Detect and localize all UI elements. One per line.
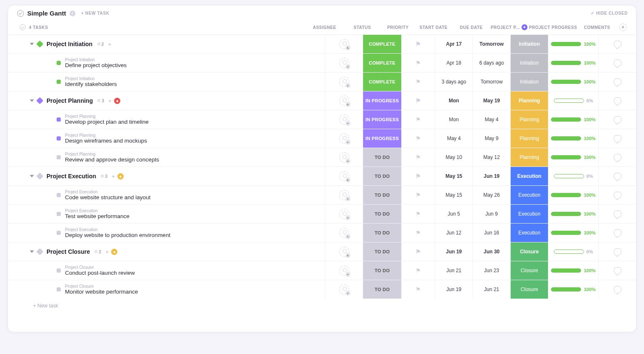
progress-cell[interactable]: 0% [548,91,598,110]
col-start[interactable]: START DATE [415,25,452,30]
comments-cell[interactable] [598,205,636,223]
comments-cell[interactable] [598,224,636,242]
assignee-cell[interactable] [325,167,363,185]
info-icon[interactable]: i [70,10,75,16]
chevron-down-icon[interactable] [30,99,34,102]
due-date-cell[interactable]: May 12 [473,148,510,167]
assignee-placeholder-icon[interactable] [339,115,349,125]
priority-cell[interactable]: ⚑ [401,129,435,148]
status-cell[interactable]: IN PROGRESS [363,91,401,110]
start-date-cell[interactable]: Jun 19 [435,280,473,299]
group-name[interactable]: Project Planning [47,97,93,104]
task-name[interactable]: Define project objectives [65,62,127,68]
progress-cell[interactable]: 100% [548,261,598,280]
assignee-cell[interactable] [325,110,363,129]
subtask-count[interactable]: ⌑2 [93,248,103,255]
phase-cell[interactable]: Planning [510,110,548,129]
phase-cell[interactable]: Planning [510,129,548,148]
assignee-placeholder-icon[interactable] [339,190,349,200]
task-row[interactable]: Project Initiation Identify stakeholders… [8,72,636,91]
assignee-cell[interactable] [325,205,363,223]
due-date-cell[interactable]: Jun 30 [473,242,510,261]
assignee-cell[interactable] [325,224,363,242]
due-date-cell[interactable]: May 26 [473,186,510,204]
start-date-cell[interactable]: 3 days ago [435,73,473,91]
col-due[interactable]: DUE DATE [452,25,490,30]
status-cell[interactable]: IN PROGRESS [363,110,401,129]
progress-cell[interactable]: 100% [548,110,598,129]
priority-cell[interactable]: ⚑ [401,110,435,129]
assignee-placeholder-icon[interactable] [339,284,349,294]
status-cell[interactable]: TO DO [363,205,401,223]
priority-cell[interactable]: ⚑ [401,35,435,53]
priority-cell[interactable]: ⚑ [401,280,435,299]
chevron-down-icon[interactable] [30,175,34,177]
due-date-cell[interactable]: Jun 23 [473,261,510,280]
group-name[interactable]: Project Closure [47,248,90,255]
status-cell[interactable]: COMPLETE [363,54,401,72]
add-subtask-button[interactable]: + [108,41,112,47]
start-date-cell[interactable]: Mon [435,110,473,129]
due-date-cell[interactable]: May 4 [473,110,510,129]
progress-cell[interactable]: 100% [548,129,598,148]
phase-cell[interactable]: Execution [510,167,548,185]
phase-cell[interactable]: Initiation [510,54,548,72]
comments-cell[interactable] [598,280,636,299]
group-row[interactable]: Project Initiation ⌑2 + COMPLETE ⚑ Apr 1… [8,34,636,53]
priority-cell[interactable]: ⚑ [401,54,435,72]
task-name[interactable]: Design wireframes and mockups [65,138,147,144]
due-date-cell[interactable]: Jun 16 [473,224,510,242]
status-cell[interactable]: IN PROGRESS [363,129,401,148]
status-cell[interactable]: TO DO [363,280,401,299]
progress-cell[interactable]: 100% [548,280,598,299]
phase-cell[interactable]: Planning [510,91,548,110]
assignee-placeholder-icon[interactable] [339,209,349,219]
comments-cell[interactable] [598,91,636,110]
chevron-down-icon[interactable] [30,250,34,253]
assignee-placeholder-icon[interactable] [339,171,349,181]
start-date-cell[interactable]: Apr 17 [435,35,473,53]
col-progress[interactable]: PROJECT PROGRESS [528,25,578,30]
due-date-cell[interactable]: May 19 [473,91,510,110]
priority-cell[interactable]: ⚑ [401,73,435,91]
col-priority[interactable]: PRIORITY [381,25,415,30]
start-date-cell[interactable]: Jun 19 [435,242,473,261]
task-row[interactable]: Project Planning Review and approve desi… [8,148,636,167]
progress-cell[interactable]: 0% [548,167,598,185]
priority-cell[interactable]: ⚑ [401,167,435,185]
progress-cell[interactable]: 100% [548,205,598,223]
phase-cell[interactable]: Planning [510,148,548,167]
task-name[interactable]: Review and approve design concepts [65,156,159,163]
task-name[interactable]: Code website structure and layout [65,194,151,200]
assignee-placeholder-icon[interactable] [339,96,349,106]
subtask-count[interactable]: ⌑3 [96,97,106,104]
assignee-cell[interactable] [325,73,363,91]
col-assignee[interactable]: ASSIGNEE [306,25,343,30]
phase-cell[interactable]: Closure [510,280,548,299]
start-date-cell[interactable]: May 15 [435,167,473,185]
start-date-cell[interactable]: Mon [435,91,473,110]
new-task-button[interactable]: + NEW TASK [81,11,109,16]
phase-cell[interactable]: Initiation [510,73,548,91]
comments-cell[interactable] [598,110,636,129]
progress-cell[interactable]: 100% [548,224,598,242]
due-date-cell[interactable]: Jun 9 [473,205,510,223]
comments-cell[interactable] [598,148,636,167]
task-name[interactable]: Test website performance [65,213,130,219]
priority-cell[interactable]: ⚑ [401,148,435,167]
phase-cell[interactable]: Execution [510,186,548,204]
task-row[interactable]: Project Execution Deploy website to prod… [8,223,636,242]
comments-cell[interactable] [598,129,636,148]
status-cell[interactable]: TO DO [363,186,401,204]
phase-cell[interactable]: Execution [510,205,548,223]
priority-cell[interactable]: ⚑ [401,91,435,110]
assignee-cell[interactable] [325,261,363,280]
comments-cell[interactable] [598,35,636,53]
due-date-cell[interactable]: May 9 [473,129,510,148]
due-date-cell[interactable]: 6 days ago [473,54,510,72]
assignee-cell[interactable] [325,54,363,72]
status-cell[interactable]: TO DO [363,224,401,242]
assignee-placeholder-icon[interactable] [339,247,349,257]
comments-cell[interactable] [598,242,636,261]
task-row[interactable]: Project Closure Monitor website performa… [8,280,636,299]
